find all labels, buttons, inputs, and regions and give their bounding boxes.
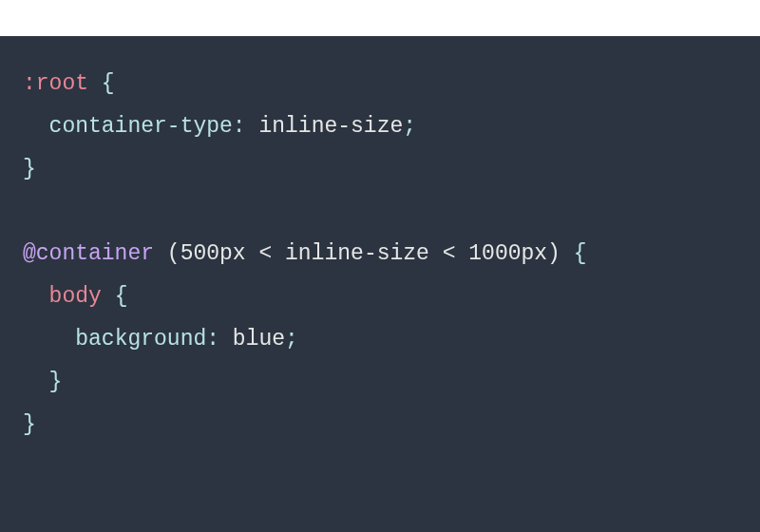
code-line-8: }	[23, 361, 737, 404]
code-line-7: background: blue;	[23, 318, 737, 361]
brace-close: }	[23, 412, 36, 437]
indent	[23, 284, 49, 309]
semicolon: ;	[403, 114, 416, 139]
semicolon: ;	[285, 327, 298, 352]
code-line-5: @container (500px < inline-size < 1000px…	[23, 233, 737, 276]
code-line-9: }	[23, 404, 737, 446]
container-condition: (500px < inline-size < 1000px)	[167, 241, 560, 266]
space	[154, 241, 167, 266]
selector-root: :root	[23, 71, 88, 96]
brace-open: {	[102, 284, 128, 309]
code-line-1: :root {	[23, 63, 737, 105]
brace-close: }	[49, 370, 63, 394]
property-background: background	[75, 327, 206, 352]
code-line-2: container-type: inline-size;	[23, 105, 737, 148]
top-whitespace	[0, 0, 760, 36]
code-line-4	[23, 191, 737, 234]
brace-close: }	[23, 157, 36, 181]
brace-open: {	[560, 241, 587, 266]
property-container-type: container-type	[49, 114, 233, 139]
code-line-6: body {	[23, 276, 737, 318]
value-inline-size: inline-size	[258, 114, 403, 139]
brace-open: {	[88, 71, 115, 96]
colon: :	[233, 114, 259, 139]
indent	[23, 370, 49, 394]
indent	[23, 114, 49, 139]
code-block: :root { container-type: inline-size; } @…	[0, 36, 760, 532]
colon: :	[206, 327, 233, 352]
value-blue: blue	[233, 327, 285, 352]
at-rule-container: @container	[23, 241, 154, 266]
indent	[23, 327, 75, 352]
selector-body: body	[49, 284, 102, 309]
code-line-3: }	[23, 148, 737, 191]
blank-line	[23, 200, 36, 224]
